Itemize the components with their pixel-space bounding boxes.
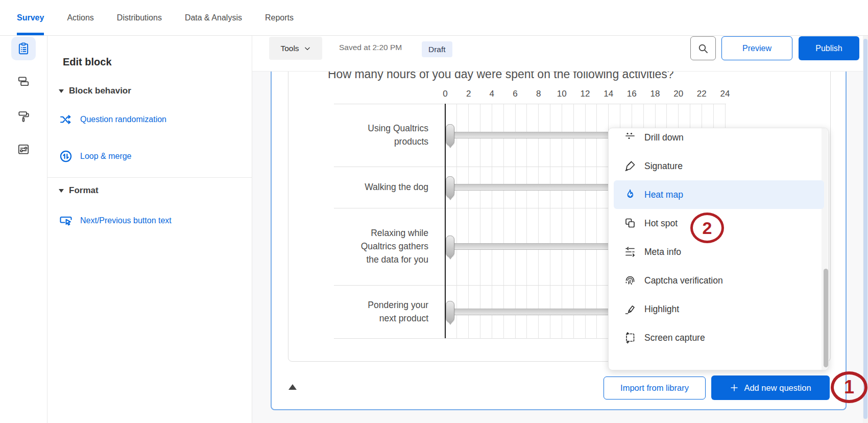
publish-button[interactable]: Publish: [799, 36, 859, 60]
section-block-behavior[interactable]: Block behavior: [59, 86, 131, 96]
button-cursor-icon: [59, 214, 73, 228]
search-button[interactable]: [690, 36, 716, 60]
annotation-step-2-number: 2: [703, 218, 712, 238]
slider-row-label: Using Qualtrics products: [349, 122, 428, 148]
grid-line: [480, 104, 480, 338]
grid-line: [456, 104, 457, 338]
chevron-down-icon: [304, 45, 311, 52]
menu-item-heat-map[interactable]: Heat map: [609, 180, 829, 209]
grid-line: [492, 104, 492, 338]
menu-item-captcha-verification[interactable]: Captcha verification: [609, 266, 829, 295]
preview-button-label: Preview: [742, 44, 771, 53]
tools-button-label: Tools: [280, 44, 299, 53]
axis-tick-label: 14: [604, 89, 613, 99]
menu-scrollbar-thumb[interactable]: [824, 269, 828, 367]
axis-tick-label: 12: [581, 89, 590, 99]
status-badge: Draft: [422, 41, 452, 57]
sidebar-item-survey-options[interactable]: [11, 137, 36, 161]
panel-title: Edit block: [63, 56, 112, 68]
section-format-label: Format: [69, 185, 99, 196]
import-from-library-button[interactable]: Import from library: [604, 377, 706, 400]
tab-data-analysis[interactable]: Data & Analysis: [185, 0, 242, 36]
link-loop-merge-label: Loop & merge: [80, 152, 132, 161]
highlight-icon: [624, 303, 636, 315]
tab-survey-label: Survey: [17, 13, 44, 22]
link-question-randomization[interactable]: Question randomization: [59, 112, 166, 127]
collapse-block-button[interactable]: [288, 384, 297, 390]
tab-reports-label: Reports: [265, 13, 294, 22]
paint-roller-icon: [17, 110, 30, 123]
section-format[interactable]: Format: [59, 185, 99, 196]
tab-actions-label: Actions: [67, 13, 93, 22]
publish-button-label: Publish: [815, 44, 842, 53]
sidebar-item-survey-builder[interactable]: [11, 37, 36, 60]
slider-handle[interactable]: [446, 301, 454, 322]
slider-handle-tip: [448, 145, 453, 148]
grid-line: [526, 104, 527, 338]
menu-item-hot-spot-label: Hot spot: [644, 218, 678, 229]
menu-item-signature-label: Signature: [644, 161, 683, 172]
hot-spot-icon: [624, 217, 636, 229]
axis-tick-label: 18: [650, 89, 660, 99]
link-next-previous-button-text[interactable]: Next/Previous button text: [59, 214, 172, 228]
axis-tick-label: 4: [490, 89, 494, 99]
tab-survey[interactable]: Survey: [17, 0, 44, 36]
menu-item-screen-capture[interactable]: Screen capture: [609, 323, 829, 352]
axis-tick-label: 6: [513, 89, 517, 99]
slider-handle-tip: [448, 256, 453, 260]
grid-line: [550, 104, 550, 338]
grid-line: [468, 104, 469, 338]
sliders-box-icon: [17, 143, 30, 156]
tab-reports[interactable]: Reports: [265, 0, 294, 36]
grid-line: [503, 104, 504, 338]
search-icon: [697, 42, 709, 55]
link-loop-merge[interactable]: Loop & merge: [59, 149, 132, 163]
add-new-question-button[interactable]: Add new question: [711, 375, 830, 400]
slider-row-label: Pondering your next product: [349, 298, 428, 325]
caret-down-icon: [59, 189, 64, 193]
menu-item-drill-down[interactable]: Drill down: [609, 128, 829, 152]
shuffle-icon: [59, 112, 73, 127]
tab-actions[interactable]: Actions: [67, 0, 93, 36]
slider-handle[interactable]: [446, 124, 454, 146]
grid-line: [596, 104, 597, 338]
sidebar-item-blocks[interactable]: [11, 69, 36, 93]
menu-item-highlight[interactable]: Highlight: [609, 295, 829, 323]
tab-data-analysis-label: Data & Analysis: [185, 13, 242, 22]
plus-icon: [730, 383, 739, 392]
left-icon-rail: [0, 36, 47, 423]
add-new-question-label: Add new question: [744, 383, 811, 393]
grid-line: [573, 104, 574, 338]
slider-handle[interactable]: [446, 176, 454, 198]
tab-distributions-label: Distributions: [117, 13, 162, 22]
slider-handle[interactable]: [446, 236, 454, 257]
sidebar-item-look-and-feel[interactable]: [11, 105, 36, 128]
annotation-step-2: 2: [690, 213, 724, 243]
menu-item-heat-map-label: Heat map: [644, 190, 683, 200]
link-question-randomization-label: Question randomization: [80, 115, 166, 124]
axis-tick-label: 16: [627, 89, 637, 99]
axis-line: [334, 104, 726, 104]
axis-tick-label: 2: [466, 89, 471, 99]
edit-block-panel: Edit block Block behavior Question rando…: [47, 36, 252, 423]
survey-canvas: How many hours of you day were spent on …: [252, 72, 868, 423]
page-scrollbar[interactable]: [863, 36, 868, 423]
caret-down-icon: [59, 89, 64, 93]
page-scrollbar-thumb[interactable]: [863, 39, 867, 419]
menu-item-highlight-label: Highlight: [644, 304, 679, 315]
menu-item-meta-info[interactable]: Meta info: [609, 238, 829, 266]
meta-info-icon: [624, 246, 636, 258]
axis-tick-label: 22: [697, 89, 707, 99]
axis-tick-label: 24: [720, 89, 730, 99]
editor-toolbar: Tools Saved at 2:20 PM Draft Preview Pub…: [252, 36, 868, 72]
preview-button[interactable]: Preview: [721, 36, 792, 60]
slider-row-label: Walking the dog: [349, 180, 428, 194]
tab-distributions[interactable]: Distributions: [117, 0, 162, 36]
slider-handle-tip: [448, 321, 453, 325]
menu-item-captcha-verification-label: Captcha verification: [644, 275, 723, 286]
menu-item-signature[interactable]: Signature: [609, 152, 829, 180]
signature-icon: [624, 160, 636, 172]
annotation-step-1: 1: [831, 371, 867, 403]
clipboard-list-icon: [17, 42, 30, 55]
tools-button[interactable]: Tools: [269, 37, 322, 60]
